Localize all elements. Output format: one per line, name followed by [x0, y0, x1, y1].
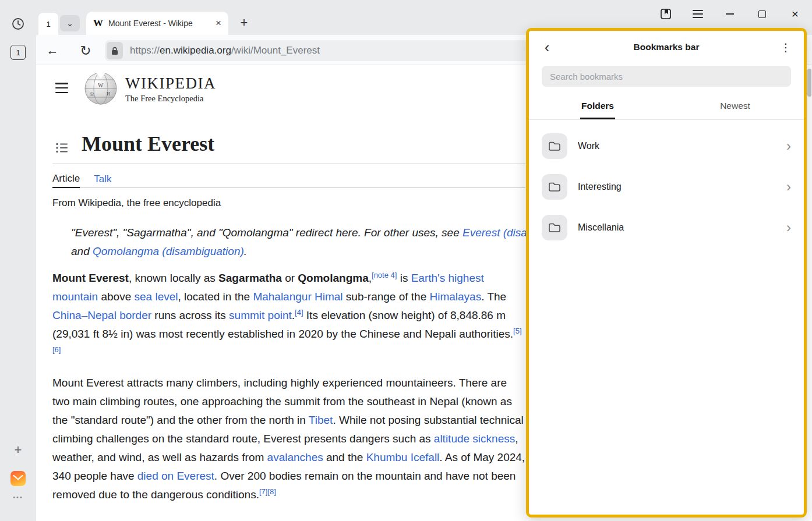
clock-icon[interactable] [10, 16, 26, 31]
folder-icon [542, 174, 567, 200]
bookmarks-panel-button[interactable] [658, 6, 674, 22]
add-panel-button[interactable]: + [10, 442, 26, 458]
clock-icon-svg [12, 17, 24, 30]
tab-close-icon[interactable]: × [216, 17, 221, 29]
panel-options-button[interactable]: ⋮ [777, 41, 795, 54]
wikipedia-globe-logo[interactable]: W Ω И [83, 71, 118, 108]
chevron-right-icon[interactable]: › [786, 219, 791, 236]
folder-icon [542, 215, 567, 240]
wordmark-text: WIKIPEDIA [125, 75, 216, 93]
left-sidebar: 1 + ••• [0, 0, 36, 521]
panel-title: Bookmarks bar [556, 42, 777, 52]
close-icon: × [792, 7, 799, 21]
bookmarks-panel-icon [659, 8, 672, 20]
url-path: /wiki/Mount_Everest [231, 45, 320, 56]
panel-tabs: Folders Newest [529, 96, 804, 120]
folder-row-work[interactable]: Work › [529, 126, 804, 166]
url-text: https://en.wikipedia.org/wiki/Mount_Ever… [130, 45, 320, 56]
workspace-badge[interactable]: 1 [10, 45, 26, 60]
tab-newest-label: Newest [719, 96, 751, 118]
tab-article[interactable]: Article [52, 170, 80, 188]
bookmark-folders-list: Work › Interesting › Miscellania [529, 120, 804, 515]
folder-label: Interesting [578, 182, 776, 192]
svg-text:W: W [98, 82, 104, 88]
chevron-down-icon: ⌄ [66, 18, 74, 29]
site-security-badge[interactable] [107, 42, 123, 59]
browser-tab[interactable]: W Mount Everest - Wikipe × [86, 12, 228, 35]
folder-row-interesting[interactable]: Interesting › [529, 166, 804, 207]
window-close-button[interactable]: × [787, 6, 803, 22]
chevron-left-icon: ‹ [545, 38, 550, 56]
article-body: Mount Everest, known locally as Sagarmat… [52, 269, 525, 504]
wikipedia-wordmark[interactable]: WIKIPEDIA The Free Encyclopedia [125, 75, 216, 104]
tab-stack-count: 1 [46, 20, 50, 29]
heading-divider [52, 164, 525, 164]
svg-text:Ω: Ω [90, 91, 94, 97]
back-button[interactable]: ← [44, 42, 61, 59]
bookmarks-panel: ‹ Bookmarks bar ⋮ Folders Newest Work › [526, 28, 807, 518]
article-paragraph: Mount Everest, known locally as Sagarmat… [52, 269, 525, 362]
plus-icon: + [241, 15, 248, 30]
tab-folders-label: Folders [580, 96, 615, 119]
maximize-button[interactable] [754, 6, 770, 22]
workspace-label: 1 [16, 48, 20, 57]
reload-button[interactable]: ↻ [77, 42, 94, 59]
tab-stack-expand-button[interactable]: ⌄ [60, 15, 80, 31]
wikipedia-favicon: W [93, 17, 103, 29]
folder-label: Work [578, 141, 776, 151]
article-talk-tabs: Article Talk [52, 170, 525, 188]
new-tab-button[interactable]: + [235, 14, 253, 31]
tab-title: Mount Everest - Wikipe [108, 19, 210, 28]
search-bookmarks-input[interactable] [550, 72, 783, 81]
folder-row-miscellania[interactable]: Miscellania › [529, 207, 804, 248]
main-menu-button[interactable] [690, 6, 706, 22]
article-paragraph: Mount Everest attracts many climbers, in… [52, 374, 525, 504]
tab-folders[interactable]: Folders [529, 96, 666, 119]
minimize-button[interactable] [722, 6, 738, 22]
contents-list-icon[interactable] [55, 141, 68, 157]
chevron-right-icon[interactable]: › [786, 179, 791, 195]
wikipedia-menu-button[interactable] [55, 83, 68, 93]
tab-stack-counter[interactable]: 1 [38, 13, 58, 35]
chevron-right-icon[interactable]: › [786, 138, 791, 154]
url-scheme: https:// [130, 45, 160, 56]
wordmark-tagline: The Free Encyclopedia [125, 94, 216, 104]
plus-icon: + [15, 442, 22, 458]
folder-icon [542, 133, 567, 159]
envelope-glyph [13, 474, 23, 483]
reload-icon: ↻ [80, 43, 91, 59]
bookmarks-search[interactable] [542, 66, 791, 87]
article-subtitle: From Wikipedia, the free encyclopedia [52, 197, 221, 209]
url-host: en.wikipedia.org [160, 45, 231, 56]
hamburger-icon [693, 10, 703, 18]
browser-window: 1 + ••• 1 ⌄ W Mount Everest - Wikipe × + [0, 0, 812, 521]
minimize-icon [726, 13, 734, 15]
folder-label: Miscellania [578, 222, 776, 233]
panel-back-button[interactable]: ‹ [538, 38, 556, 56]
more-panels-icon[interactable]: ••• [8, 494, 28, 501]
scrollbar-thumb[interactable] [807, 69, 811, 97]
back-arrow-icon: ← [47, 44, 59, 58]
tab-talk[interactable]: Talk [94, 170, 111, 188]
svg-text:И: И [107, 91, 110, 97]
tab-newest[interactable]: Newest [666, 96, 804, 119]
ellipsis-glyph: ••• [13, 494, 23, 501]
mail-icon[interactable] [10, 471, 26, 486]
maximize-icon [758, 10, 766, 18]
lock-icon [111, 47, 118, 55]
page-title: Mount Everest [82, 132, 214, 156]
bookmarks-panel-header: ‹ Bookmarks bar ⋮ [529, 31, 804, 63]
kebab-icon: ⋮ [781, 41, 792, 54]
